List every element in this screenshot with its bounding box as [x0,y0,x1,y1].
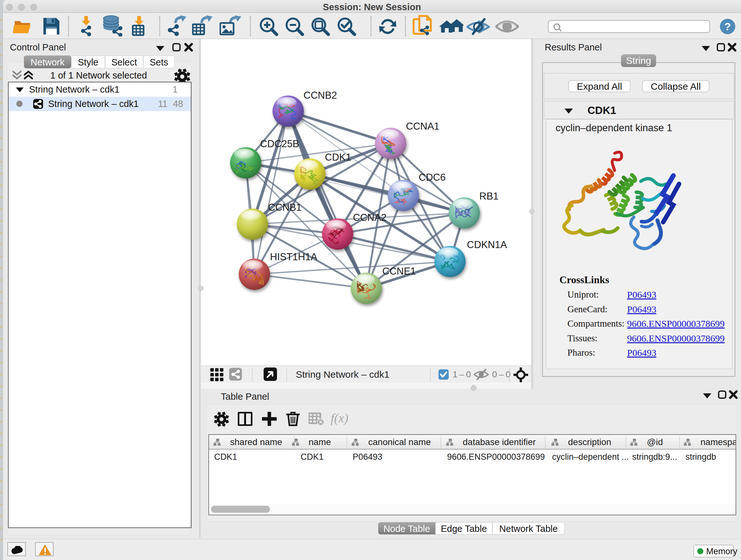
svg-text:CDK1: CDK1 [325,152,351,163]
svg-text:CCNE1: CCNE1 [382,266,416,277]
svg-text:CCNB2: CCNB2 [304,90,337,101]
svg-text:CCNB1: CCNB1 [268,202,301,213]
svg-text:CDKN1A: CDKN1A [467,239,507,250]
svg-text:CDC25B: CDC25B [260,138,299,149]
svg-text:CCNA2: CCNA2 [353,212,387,223]
svg-text:CCNA1: CCNA1 [406,121,440,132]
svg-text:RB1: RB1 [479,191,498,202]
svg-text:CDC6: CDC6 [419,172,446,183]
svg-text:HIST1H1A: HIST1H1A [270,251,317,262]
